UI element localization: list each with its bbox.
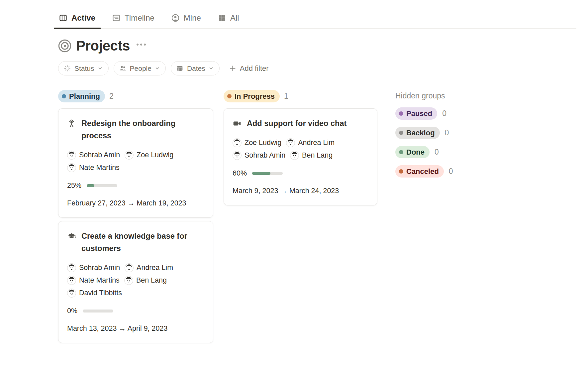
card-dates: February 27, 2023 → March 19, 2023 bbox=[67, 199, 204, 207]
avatar bbox=[125, 151, 134, 160]
group-count: 0 bbox=[435, 148, 439, 157]
plus-icon bbox=[229, 65, 236, 72]
project-card-video-chat[interactable]: Add support for video chat Zoe Ludwig An… bbox=[224, 108, 377, 205]
tab-label: Mine bbox=[184, 13, 201, 23]
person-name: Sohrab Amin bbox=[245, 151, 285, 160]
avatar bbox=[233, 138, 242, 147]
status-pill-canceled[interactable]: Canceled bbox=[395, 165, 444, 178]
status-spinner-icon bbox=[63, 64, 71, 72]
page-title[interactable]: Projects bbox=[76, 38, 130, 54]
person-name: Sohrab Amin bbox=[79, 151, 120, 159]
person-name: David Tibbitts bbox=[79, 289, 122, 297]
person-name: Nate Martins bbox=[79, 276, 120, 285]
person-chip: David Tibbitts bbox=[67, 289, 122, 298]
avatar bbox=[124, 276, 133, 285]
group-count: 0 bbox=[442, 109, 446, 118]
child-icon bbox=[67, 119, 76, 128]
filter-label: Status bbox=[74, 64, 94, 72]
status-dot bbox=[399, 131, 403, 135]
card-people: Zoe Ludwig Andrea Lim Sohrab Amin Ben La… bbox=[233, 138, 368, 160]
tab-all[interactable]: All bbox=[217, 10, 240, 28]
filter-label: People bbox=[130, 64, 151, 72]
person-name: Zoe Ludwig bbox=[245, 139, 281, 147]
status-dot bbox=[399, 150, 403, 154]
calendar-icon bbox=[176, 64, 184, 72]
card-people: Sohrab Amin Zoe Ludwig Nate Martins bbox=[67, 151, 204, 172]
status-pill-paused[interactable]: Paused bbox=[395, 107, 437, 120]
progress-fill bbox=[87, 184, 94, 187]
person-name: Zoe Ludwig bbox=[137, 151, 173, 159]
column-planning: Planning 2 Redesign the onboarding proce… bbox=[58, 90, 213, 343]
status-pill-label: In Progress bbox=[235, 92, 275, 101]
progress-fill bbox=[252, 172, 270, 175]
status-pill-done[interactable]: Done bbox=[395, 146, 430, 158]
more-options-icon[interactable] bbox=[137, 44, 146, 46]
tab-label: Timeline bbox=[125, 13, 154, 23]
avatar bbox=[290, 151, 299, 160]
card-people: Sohrab Amin Andrea Lim Nate Martins Ben … bbox=[67, 263, 204, 298]
card-title: Redesign the onboarding process bbox=[81, 117, 194, 142]
tab-mine[interactable]: Mine bbox=[170, 10, 202, 28]
card-title: Create a knowledge base for customers bbox=[81, 230, 194, 255]
view-tabs: Active Timeline Mine All bbox=[58, 10, 576, 29]
avatar bbox=[67, 163, 76, 172]
project-card-knowledge-base[interactable]: Create a knowledge base for customers So… bbox=[58, 221, 213, 343]
progress-bar bbox=[87, 184, 117, 187]
hidden-groups-title: Hidden groups bbox=[395, 90, 453, 100]
hidden-group-row: Done 0 bbox=[395, 146, 453, 158]
progress-bar bbox=[83, 310, 113, 313]
person-chip: Andrea Lim bbox=[125, 263, 173, 272]
avatar bbox=[67, 151, 76, 160]
person-name: Andrea Lim bbox=[298, 139, 335, 147]
add-filter-button[interactable]: Add filter bbox=[227, 64, 271, 73]
project-card-onboarding[interactable]: Redesign the onboarding process Sohrab A… bbox=[58, 108, 213, 218]
person-chip: Zoe Ludwig bbox=[125, 151, 173, 160]
avatar bbox=[67, 263, 76, 272]
person-name: Andrea Lim bbox=[137, 264, 173, 272]
status-pill-label: Planning bbox=[69, 92, 100, 101]
status-pill-label: Paused bbox=[406, 109, 432, 118]
chevron-down-icon bbox=[155, 66, 160, 71]
projects-board-app: Active Timeline Mine All Projects bbox=[0, 0, 588, 377]
tab-timeline[interactable]: Timeline bbox=[111, 10, 155, 28]
status-pill-in-progress[interactable]: In Progress bbox=[224, 90, 280, 102]
column-in-progress: In Progress 1 Add support for video chat… bbox=[224, 90, 377, 205]
board: Planning 2 Redesign the onboarding proce… bbox=[58, 90, 588, 343]
avatar bbox=[67, 289, 76, 298]
hidden-group-row: Paused 0 bbox=[395, 107, 453, 120]
tab-label: All bbox=[230, 13, 239, 23]
person-chip: Sohrab Amin bbox=[67, 151, 120, 160]
target-icon[interactable] bbox=[58, 39, 71, 53]
person-chip: Andrea Lim bbox=[286, 138, 335, 147]
status-dot bbox=[399, 111, 403, 116]
status-pill-label: Backlog bbox=[406, 129, 435, 137]
person-chip: Nate Martins bbox=[67, 276, 120, 285]
card-dates: March 13, 2023 → April 9, 2023 bbox=[67, 324, 204, 333]
people-filter-button[interactable]: People bbox=[114, 61, 166, 75]
tab-active[interactable]: Active bbox=[58, 10, 96, 28]
column-header: Planning 2 bbox=[58, 90, 213, 102]
grid-view-icon bbox=[218, 14, 226, 22]
status-dot bbox=[62, 94, 66, 98]
person-circle-icon bbox=[171, 14, 180, 22]
column-count: 2 bbox=[109, 92, 114, 101]
status-pill-backlog[interactable]: Backlog bbox=[395, 127, 440, 139]
column-count: 1 bbox=[284, 92, 288, 101]
progress-bar bbox=[252, 172, 283, 175]
filter-bar: Status People Dates bbox=[58, 61, 588, 75]
column-header: In Progress 1 bbox=[224, 90, 377, 102]
avatar bbox=[67, 276, 76, 285]
avatar bbox=[125, 263, 134, 272]
hidden-group-row: Canceled 0 bbox=[395, 165, 453, 178]
status-filter-button[interactable]: Status bbox=[58, 61, 109, 75]
dates-filter-button[interactable]: Dates bbox=[171, 61, 220, 75]
card-title: Add support for video chat bbox=[247, 117, 346, 130]
group-count: 0 bbox=[445, 128, 449, 137]
progress-percent: 60% bbox=[233, 169, 247, 178]
status-dot bbox=[227, 94, 232, 98]
person-chip: Sohrab Amin bbox=[233, 151, 285, 160]
status-pill-planning[interactable]: Planning bbox=[58, 90, 105, 102]
status-pill-label: Canceled bbox=[406, 167, 439, 176]
progress-percent: 0% bbox=[67, 307, 77, 315]
status-dot bbox=[399, 169, 403, 174]
